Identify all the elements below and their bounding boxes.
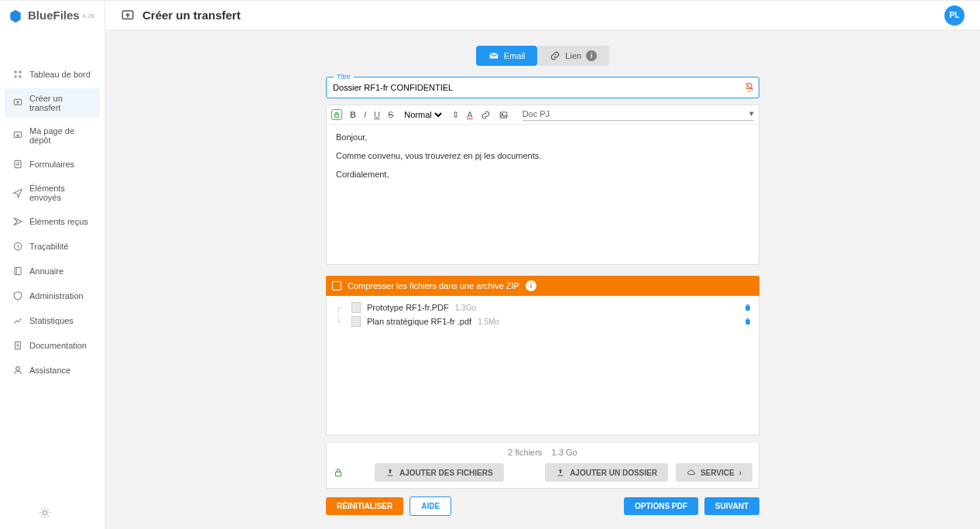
svg-point-4 [19,76,21,77]
zip-label: Compresser les fichiers dans une archive… [348,281,519,290]
delete-icon[interactable] [743,302,752,313]
sidebar-item-forms[interactable]: Formulaires [5,153,100,175]
file-count: 2 fichiers [508,448,542,457]
cloud-icon [687,468,696,477]
strike-button[interactable]: S [388,110,393,119]
logo: BlueFiles 4.28 [0,1,105,32]
lineheight-button[interactable]: ⇕ [452,110,459,120]
brightness-icon[interactable] [39,507,51,519]
sidebar-item-deposit-page[interactable]: Ma page de dépôt [5,121,100,150]
clock-icon [12,241,23,252]
message-editor: B I U S Normal ⇕ A Doc PJ ▾ [326,105,759,265]
sidebar-label: Ma page de dépôt [29,126,92,145]
file-stats: 2 fichiers 1.3 Go [326,443,759,457]
grid-icon [12,69,23,80]
chart-icon [12,315,23,326]
sidebar-item-traceability[interactable]: Traçabilité [5,235,100,257]
sidebar-label: Tableau de bord [29,70,91,79]
reset-button[interactable]: RÉINITIALISER [326,497,403,515]
upload-icon [12,98,23,108]
bell-slash-icon[interactable] [744,81,755,92]
next-button[interactable]: SUIVANT [704,497,759,515]
title-input[interactable] [326,77,759,98]
zip-checkbox[interactable] [332,281,341,290]
book-icon [12,266,23,277]
italic-button[interactable]: I [364,110,366,119]
textcolor-button[interactable]: A [467,110,472,119]
received-icon [12,216,23,227]
svg-point-3 [15,76,16,77]
file-size: 1.5Mo [478,318,499,326]
sidebar-label: Annuaire [29,266,63,276]
title-label: Titre [334,73,354,81]
upload-icon [121,9,135,22]
sidebar-label: Documentation [29,341,87,350]
file-size: 1.3Go [455,304,476,312]
template-select[interactable]: Doc PJ ▾ [523,108,754,121]
lock-icon[interactable] [333,467,344,478]
logo-icon [8,9,23,24]
file-name: Prototype RF1-fr.PDF [367,303,449,312]
sidebar-label: Assistance [29,366,70,375]
editor-line: Cordialement, [336,170,749,179]
editor-line: Comme convenu, vous trouverez en pj les … [336,151,749,160]
sidebar-label: Éléments envoyés [29,184,92,202]
sidebar-label: Traçabilité [29,242,68,251]
svg-point-12 [43,510,46,514]
sidebar-item-sent[interactable]: Éléments envoyés [5,178,100,208]
zip-bar: Compresser les fichiers dans une archive… [326,276,759,296]
link-button-icon[interactable] [481,110,491,120]
delete-icon[interactable] [743,316,752,327]
inbox-icon [12,130,23,141]
file-row: ┌ Prototype RF1-fr.PDF 1.3Go [333,302,752,313]
chevron-down-icon: ▾ [749,108,754,119]
sidebar-item-directory[interactable]: Annuaire [5,260,100,282]
sidebar-item-assistance[interactable]: Assistance [5,359,100,381]
options-pdf-button[interactable]: OPTIONS PDF [624,497,698,515]
sidebar-item-administration[interactable]: Administration [5,285,100,307]
title-field: Titre [326,77,759,98]
svg-point-11 [16,366,20,370]
service-button[interactable]: SERVICE › [676,463,752,482]
sidebar-item-create-transfer[interactable]: Créer un transfert [5,88,100,118]
svg-rect-18 [336,472,341,476]
file-total: 1.3 Go [552,448,577,457]
image-button-icon[interactable] [499,110,509,120]
doc-icon [12,340,23,351]
underline-button[interactable]: U [374,110,380,119]
sidebar-item-statistics[interactable]: Statistiques [5,310,100,331]
footer: RÉINITIALISER AIDE OPTIONS PDF SUIVANT [326,496,759,516]
file-name: Plan stratégique RF1-fr .pdf [367,317,471,326]
header: Créer un transfert PL [105,1,980,30]
form-icon [12,159,23,170]
editor-line: Bonjour, [336,132,749,142]
info-icon[interactable]: i [586,50,597,61]
tab-email[interactable]: Email [476,46,538,66]
help-button[interactable]: AIDE [409,496,451,516]
page-title: Créer un transfert [142,9,241,22]
format-select[interactable]: Normal [401,109,444,120]
add-files-button[interactable]: AJOUTER DES FICHIERS [375,463,504,482]
info-icon[interactable]: i [526,280,536,291]
file-icon [351,302,361,313]
tab-link[interactable]: Lien i [537,46,609,66]
upload-icon [556,468,565,477]
sidebar-item-dashboard[interactable]: Tableau de bord [5,64,100,85]
sent-icon [12,187,23,198]
tree-icon: └ [333,317,345,326]
bold-button[interactable]: B [350,110,356,119]
file-row: └ Plan stratégique RF1-fr .pdf 1.5Mo [333,316,752,327]
sidebar-item-received[interactable]: Éléments reçus [5,211,100,232]
lock-icon[interactable] [331,109,342,120]
upload-icon [385,468,395,477]
sidebar-label: Formulaires [29,160,74,169]
editor-body[interactable]: Bonjour, Comme convenu, vous trouverez e… [327,125,759,264]
avatar[interactable]: PL [944,5,965,26]
user-icon [12,365,23,376]
sidebar-item-documentation[interactable]: Documentation [5,335,100,356]
svg-point-1 [15,71,16,73]
add-folder-button[interactable]: AJOUTER UN DOSSIER [545,463,668,482]
sidebar-label: Créer un transfert [29,94,92,112]
tree-icon: ┌ [333,303,345,312]
template-value: Doc PJ [523,109,550,119]
